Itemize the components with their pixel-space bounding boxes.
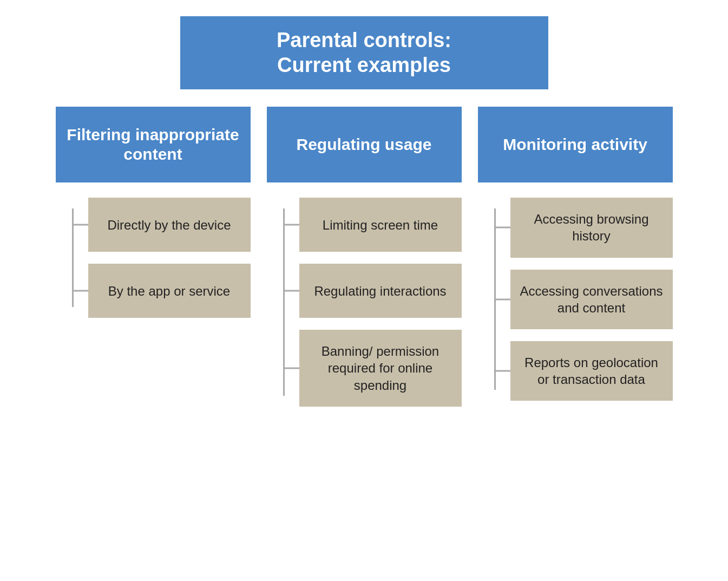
title-box: Parental controls: Current examples (180, 16, 548, 89)
column-monitoring: Monitoring activity Accessing browsing h… (478, 107, 673, 401)
column-regulating: Regulating usage Limiting screen time Re… (267, 107, 462, 407)
col-header-regulating: Regulating usage (267, 107, 462, 182)
column-filtering: Filtering inappropriate content Directly… (56, 107, 251, 318)
item-limiting-screen-time: Limiting screen time (299, 198, 462, 252)
item-banning-permission: Banning/ permission required for online … (299, 330, 462, 407)
col-header-filtering: Filtering inappropriate content (56, 107, 251, 182)
item-reports-geolocation: Reports on geolocation or transaction da… (510, 341, 673, 401)
col-items-filtering: Directly by the device By the app or ser… (56, 198, 251, 318)
item-regulating-interactions: Regulating interactions (299, 264, 462, 318)
title-line1: Parental controls: (277, 29, 451, 51)
item-accessing-conversations: Accessing conversations and content (510, 270, 673, 329)
title-line2: Current examples (277, 54, 451, 76)
col-items-regulating: Limiting screen time Regulating interact… (267, 198, 462, 407)
item-directly-by-device: Directly by the device (88, 198, 251, 252)
col-items-monitoring: Accessing browsing history Accessing con… (478, 198, 673, 401)
col-header-monitoring: Monitoring activity (478, 107, 673, 182)
columns-wrapper: Filtering inappropriate content Directly… (22, 107, 706, 407)
item-accessing-browsing-history: Accessing browsing history (510, 198, 673, 257)
item-by-app-or-service: By the app or service (88, 264, 251, 318)
